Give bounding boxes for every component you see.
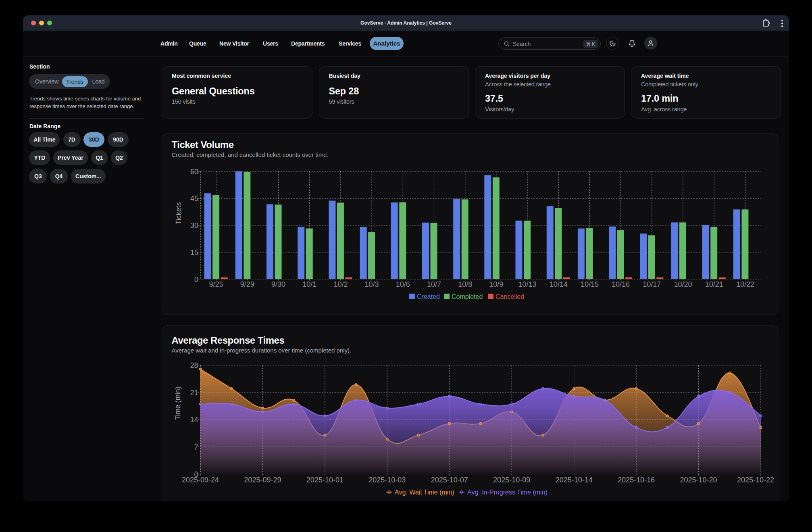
svg-text:7: 7 xyxy=(194,443,198,451)
svg-text:2025-09-24: 2025-09-24 xyxy=(182,476,219,484)
svg-text:2025-09-29: 2025-09-29 xyxy=(244,476,281,484)
svg-text:28: 28 xyxy=(190,361,198,369)
svg-text:2025-10-07: 2025-10-07 xyxy=(431,476,468,484)
svg-text:9/29: 9/29 xyxy=(240,280,254,288)
svg-text:Avg. Wait Time (min): Avg. Wait Time (min) xyxy=(395,489,454,496)
svg-text:9/30: 9/30 xyxy=(271,280,285,288)
svg-text:10/21: 10/21 xyxy=(705,280,723,288)
svg-text:15: 15 xyxy=(190,248,198,257)
svg-text:Time (min): Time (min) xyxy=(174,387,182,420)
svg-text:Completed: Completed xyxy=(452,293,483,300)
svg-text:2025-10-09: 2025-10-09 xyxy=(493,476,530,484)
svg-text:Cancelled: Cancelled xyxy=(496,293,524,300)
svg-text:0: 0 xyxy=(194,275,198,284)
svg-text:10/1: 10/1 xyxy=(302,280,316,288)
svg-text:10/8: 10/8 xyxy=(458,280,472,288)
svg-text:10/20: 10/20 xyxy=(674,280,692,288)
svg-text:2025-10-14: 2025-10-14 xyxy=(556,476,593,484)
svg-text:Avg. In-Progress Time (min): Avg. In-Progress Time (min) xyxy=(467,489,548,496)
svg-text:10/13: 10/13 xyxy=(518,280,536,288)
svg-text:Created: Created xyxy=(417,293,440,300)
svg-text:14: 14 xyxy=(190,416,198,424)
svg-text:10/9: 10/9 xyxy=(489,280,503,288)
svg-text:10/7: 10/7 xyxy=(427,280,441,288)
svg-text:30: 30 xyxy=(190,221,198,229)
svg-text:60: 60 xyxy=(190,168,198,176)
svg-text:Tickets: Tickets xyxy=(175,202,183,224)
svg-text:10/16: 10/16 xyxy=(612,280,630,288)
svg-text:45: 45 xyxy=(190,194,198,202)
svg-text:10/14: 10/14 xyxy=(550,280,568,288)
svg-text:2025-10-01: 2025-10-01 xyxy=(306,476,344,484)
svg-text:10/15: 10/15 xyxy=(581,280,599,288)
svg-text:10/6: 10/6 xyxy=(396,280,410,288)
svg-text:2025-10-03: 2025-10-03 xyxy=(369,476,406,484)
svg-text:21: 21 xyxy=(190,389,198,397)
svg-text:10/3: 10/3 xyxy=(365,280,379,288)
svg-text:10/2: 10/2 xyxy=(333,280,348,288)
svg-text:10/17: 10/17 xyxy=(643,280,661,288)
svg-text:9/25: 9/25 xyxy=(209,280,223,288)
svg-text:10/22: 10/22 xyxy=(736,280,754,288)
svg-text:2025-10-22: 2025-10-22 xyxy=(737,476,774,484)
svg-text:2025-10-16: 2025-10-16 xyxy=(618,476,655,484)
svg-text:2025-10-20: 2025-10-20 xyxy=(680,476,717,484)
